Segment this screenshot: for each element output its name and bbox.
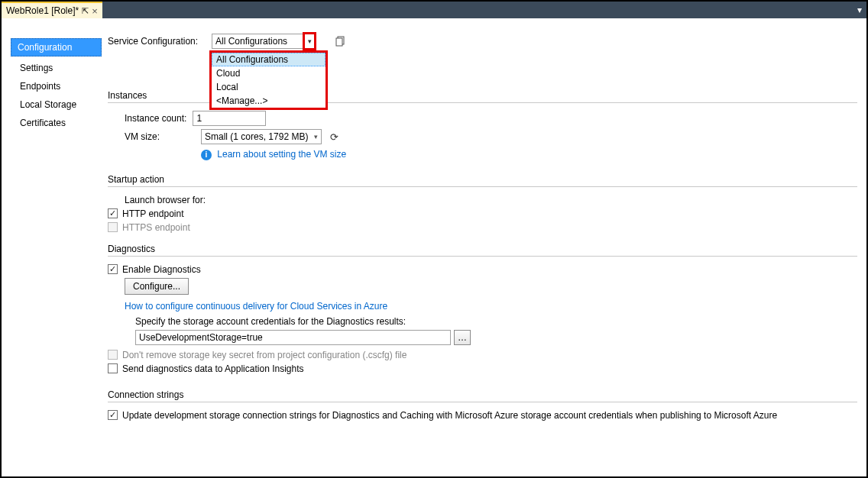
- section-startup-title: Startup action: [108, 174, 857, 185]
- sidebar-item-settings[interactable]: Settings: [15, 61, 102, 75]
- browse-storage-button[interactable]: …: [454, 330, 471, 345]
- service-config-value: All Configurations: [215, 36, 287, 47]
- close-icon[interactable]: ×: [92, 5, 98, 17]
- section-divider: [108, 402, 857, 402]
- update-storage-label: Update development storage connection st…: [122, 410, 777, 421]
- content-area: Configuration Settings Endpoints Local S…: [2, 20, 866, 476]
- instance-count-input[interactable]: [193, 111, 266, 126]
- window-frame: WebRole1 [Role]* ⇱ × ▾ Configuration Set…: [0, 0, 868, 478]
- specify-storage-label: Specify the storage account credentials …: [135, 316, 857, 327]
- left-nav: Configuration Settings Endpoints Local S…: [2, 20, 105, 476]
- info-icon: i: [201, 150, 212, 160]
- update-storage-checkbox[interactable]: [108, 410, 118, 420]
- option-all-configurations[interactable]: All Configurations: [212, 53, 326, 66]
- configure-button[interactable]: Configure...: [125, 278, 189, 295]
- chevron-down-icon: ▾: [314, 133, 318, 140]
- copy-icon[interactable]: [335, 35, 347, 47]
- dont-remove-key-label: Don't remove storage key secret from pro…: [122, 350, 406, 360]
- sidebar-item-certificates[interactable]: Certificates: [15, 116, 102, 130]
- service-config-select-wrap: All Configurations ▾ All Configurations …: [212, 34, 315, 49]
- enable-diagnostics-checkbox[interactable]: [108, 264, 118, 274]
- http-endpoint-checkbox[interactable]: [108, 208, 118, 218]
- service-config-label: Service Configuration:: [108, 36, 207, 47]
- section-divider: [108, 256, 857, 257]
- option-cloud[interactable]: Cloud: [212, 66, 326, 80]
- service-config-select[interactable]: All Configurations: [212, 34, 315, 49]
- vm-size-label: VM size:: [125, 131, 195, 142]
- tab-overflow-icon[interactable]: ▾: [853, 2, 866, 18]
- main-panel: Service Configuration: All Configuration…: [105, 20, 866, 476]
- http-endpoint-label: HTTP endpoint: [122, 208, 184, 219]
- sidebar-item-endpoints[interactable]: Endpoints: [15, 79, 102, 93]
- vm-size-link[interactable]: Learn about setting the VM size: [217, 149, 346, 160]
- vm-size-value: Small (1 cores, 1792 MB): [205, 131, 308, 142]
- sidebar-item-configuration[interactable]: Configuration: [11, 38, 102, 57]
- app-insights-checkbox[interactable]: [108, 363, 118, 373]
- document-tab[interactable]: WebRole1 [Role]* ⇱ ×: [2, 2, 102, 18]
- document-tab-bar: WebRole1 [Role]* ⇱ × ▾: [2, 2, 866, 18]
- option-local[interactable]: Local: [212, 80, 326, 94]
- vm-size-select[interactable]: Small (1 cores, 1792 MB) ▾: [201, 129, 322, 144]
- https-endpoint-checkbox[interactable]: [108, 222, 118, 232]
- section-diagnostics-title: Diagnostics: [108, 244, 857, 254]
- refresh-icon[interactable]: ⟳: [328, 131, 340, 143]
- app-insights-label: Send diagnostics data to Application Ins…: [122, 363, 304, 374]
- sidebar-item-local-storage[interactable]: Local Storage: [15, 98, 102, 111]
- service-config-dropdown: All Configurations Cloud Local <Manage..…: [209, 50, 328, 110]
- enable-diagnostics-label: Enable Diagnostics: [122, 264, 201, 275]
- pin-icon[interactable]: ⇱: [82, 6, 89, 16]
- instance-count-label: Instance count:: [125, 113, 186, 124]
- continuous-delivery-link[interactable]: How to configure continuous delivery for…: [125, 301, 387, 312]
- dont-remove-key-checkbox[interactable]: [108, 350, 118, 360]
- tab-title: WebRole1 [Role]*: [6, 5, 79, 16]
- section-connection-title: Connection strings: [108, 389, 857, 400]
- dropdown-caret-icon[interactable]: ▾: [303, 32, 316, 50]
- svg-rect-1: [336, 38, 342, 46]
- launch-browser-label: Launch browser for:: [125, 195, 857, 205]
- option-manage[interactable]: <Manage...>: [212, 94, 326, 108]
- storage-credentials-input[interactable]: [135, 330, 451, 345]
- https-endpoint-label: HTTPS endpoint: [122, 222, 190, 233]
- section-divider: [108, 186, 857, 187]
